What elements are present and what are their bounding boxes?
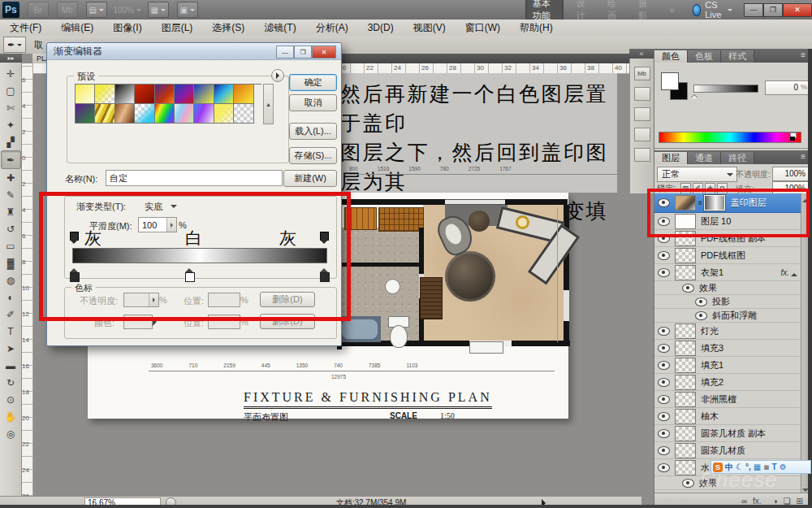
layer-row[interactable]: 图层 10: [654, 213, 801, 230]
layer-row[interactable]: 投影: [654, 295, 801, 309]
layer-row[interactable]: 非洲黑檀: [654, 391, 801, 408]
dialog-title-bar[interactable]: 渐变编辑器 — ❐ ✕: [47, 43, 341, 60]
color-panel-menu-icon[interactable]: ≡: [801, 50, 806, 59]
blend-mode-select[interactable]: 正常: [657, 167, 737, 182]
gradient-preset-swatch[interactable]: [115, 85, 135, 104]
stepper-arrow-icon[interactable]: [149, 293, 158, 306]
menu-item[interactable]: 图层(L): [152, 21, 203, 35]
opacity-input[interactable]: [123, 293, 159, 307]
menu-item[interactable]: 编辑(E): [51, 21, 103, 35]
tool-button[interactable]: T: [2, 323, 20, 340]
gradient-preset-swatch[interactable]: [95, 85, 114, 104]
layers-panel-menu-icon[interactable]: ≡: [801, 152, 806, 161]
ime-icon[interactable]: ⚙: [780, 462, 787, 472]
arrange-documents-icon[interactable]: ▦: [148, 2, 169, 18]
lock-icon[interactable]: ✐: [693, 183, 703, 194]
gradient-preset-swatch[interactable]: [175, 85, 194, 104]
gradient-type-value[interactable]: 实底: [145, 201, 162, 213]
tool-button[interactable]: ◍: [2, 271, 20, 289]
lock-icon[interactable]: ✛: [705, 183, 715, 194]
dock-panel-icon[interactable]: [634, 148, 650, 162]
gradient-preset-swatch[interactable]: [234, 104, 253, 124]
panel-tab[interactable]: 通道: [688, 152, 721, 164]
tool-button[interactable]: ✄: [2, 99, 20, 116]
menu-item[interactable]: 滤镜(T): [254, 21, 305, 35]
workspace-overflow-button[interactable]: »: [663, 3, 681, 16]
menu-item[interactable]: 分析(A): [306, 21, 358, 35]
ime-icon[interactable]: T: [772, 462, 777, 472]
k-slider-handle[interactable]: [691, 92, 698, 98]
gradient-preset-swatch[interactable]: [135, 85, 154, 104]
visibility-eye-icon[interactable]: [658, 234, 670, 243]
dialog-minimize-button[interactable]: —: [276, 46, 294, 59]
location-input[interactable]: [208, 293, 240, 307]
gradient-preset-swatch[interactable]: [76, 104, 95, 124]
layer-thumbnail[interactable]: [675, 443, 696, 458]
close-button[interactable]: ✕: [783, 3, 812, 17]
presets-scrollbar[interactable]: ▲: [263, 84, 274, 124]
gradient-preset-swatch[interactable]: [155, 104, 175, 124]
layer-row[interactable]: 圆茶几材质 副本: [654, 425, 801, 442]
gradient-preset-swatch[interactable]: [194, 85, 214, 104]
layer-thumbnail[interactable]: [675, 392, 696, 407]
ok-button[interactable]: 确定: [289, 74, 337, 91]
opacity-value-box[interactable]: 100%: [772, 167, 812, 181]
screen-mode-icon[interactable]: ▣: [177, 2, 198, 18]
visibility-eye-icon[interactable]: [658, 395, 670, 404]
layer-thumbnail[interactable]: [675, 460, 696, 475]
save-button[interactable]: 存储(S)...: [289, 147, 337, 164]
dialog-restore-button[interactable]: ❐: [294, 46, 312, 59]
minimize-button[interactable]: —: [744, 3, 763, 17]
minibridge-icon[interactable]: Mb: [57, 2, 78, 18]
ime-icon[interactable]: ▦: [754, 462, 761, 472]
spectrum-black-swatch[interactable]: [790, 137, 795, 141]
tool-button[interactable]: ▓: [2, 254, 20, 271]
lock-icon[interactable]: ◘: [717, 183, 728, 194]
ime-icon[interactable]: ☾: [736, 462, 743, 472]
tool-button[interactable]: ♜: [2, 203, 20, 220]
layer-thumbnail[interactable]: [675, 214, 696, 229]
dock-panel-icon[interactable]: [634, 87, 650, 101]
tool-button[interactable]: ▢: [2, 82, 20, 99]
dock-panel-icon[interactable]: [634, 107, 650, 121]
gradient-preset-swatch[interactable]: [155, 85, 175, 104]
layer-thumbnail[interactable]: [675, 341, 696, 356]
dock-panel-icon[interactable]: Mb: [634, 67, 650, 80]
visibility-eye-icon[interactable]: [658, 429, 670, 438]
smoothness-input[interactable]: 100: [138, 217, 177, 232]
menu-item[interactable]: 选择(S): [202, 21, 254, 35]
ime-icon[interactable]: S: [713, 462, 723, 472]
visibility-eye-icon[interactable]: [658, 327, 670, 336]
dropdown-arrow-icon[interactable]: [171, 205, 177, 211]
menu-item[interactable]: 帮助(H): [510, 21, 563, 35]
tool-button[interactable]: ✋: [2, 408, 20, 425]
layer-thumbnail[interactable]: [675, 409, 696, 424]
layer-row[interactable]: 衣架1 fx.: [654, 264, 801, 281]
visibility-eye-icon[interactable]: [658, 412, 670, 421]
tool-button[interactable]: ↺: [2, 220, 20, 237]
layer-mask-thumbnail[interactable]: [704, 195, 725, 211]
gradient-preset-swatch[interactable]: [135, 104, 154, 124]
layer-row[interactable]: PDF线框图 副本: [654, 230, 801, 247]
menu-item[interactable]: 文件(F): [0, 21, 51, 35]
layer-thumbnail[interactable]: [675, 375, 696, 390]
gradient-preset-swatch[interactable]: [175, 104, 194, 124]
tool-button[interactable]: ▬: [2, 357, 20, 374]
dock-collapse-button[interactable]: «: [629, 49, 654, 59]
cs-live-button[interactable]: CS Live: [693, 0, 732, 20]
restore-button[interactable]: ❐: [763, 3, 783, 17]
layer-row[interactable]: 圆茶几材质: [654, 442, 801, 459]
layer-row[interactable]: 填充1: [654, 357, 801, 374]
layer-row[interactable]: 柚木: [654, 408, 801, 425]
load-button[interactable]: 载入(L)...: [289, 123, 337, 140]
visibility-eye-icon[interactable]: [658, 217, 670, 226]
gradient-preset-swatch[interactable]: [76, 85, 95, 104]
color-spectrum-ramp[interactable]: [659, 132, 801, 143]
layer-row[interactable]: 8 盖印图层: [654, 193, 801, 213]
gradient-preset-swatch[interactable]: [95, 104, 114, 124]
bridge-icon[interactable]: Br: [28, 2, 49, 18]
menu-item[interactable]: 3D(D): [358, 22, 404, 33]
layer-thumbnail[interactable]: [675, 195, 696, 211]
visibility-eye-icon[interactable]: [658, 251, 670, 260]
name-input[interactable]: 自定: [106, 170, 283, 186]
